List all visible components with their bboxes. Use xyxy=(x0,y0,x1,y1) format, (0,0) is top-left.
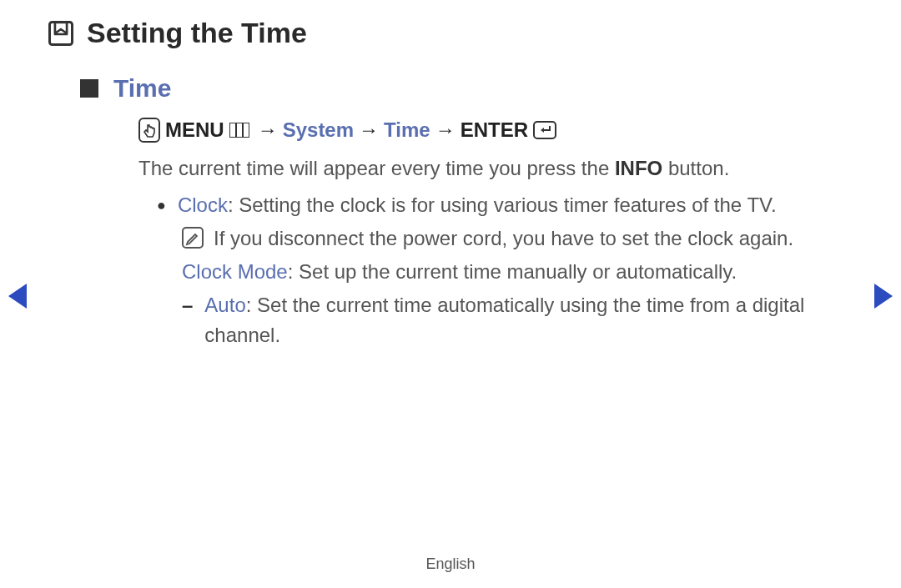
section-heading-text: Time xyxy=(113,74,171,103)
breadcrumb: MENU → System → Time → ENTER xyxy=(138,118,851,143)
square-bullet-icon xyxy=(80,79,98,98)
nav-previous-button[interactable] xyxy=(8,284,27,309)
breadcrumb-enter: ENTER xyxy=(461,118,528,142)
menu-grid-icon xyxy=(229,123,249,138)
auto-label: Auto xyxy=(204,294,245,316)
list-item: ● Clock: Setting the clock is for using … xyxy=(157,190,851,220)
intro-text: The current time will appear every time … xyxy=(138,154,851,183)
section-heading: Time xyxy=(50,74,851,103)
breadcrumb-arrow: → xyxy=(435,118,456,142)
clock-desc: : Setting the clock is for using various… xyxy=(228,193,777,216)
intro-pre: The current time will appear every time … xyxy=(138,157,615,179)
breadcrumb-time: Time xyxy=(384,118,430,142)
breadcrumb-system: System xyxy=(283,118,354,142)
bookmark-square-icon xyxy=(48,21,73,46)
svg-rect-3 xyxy=(139,118,159,142)
intro-bold: INFO xyxy=(615,157,662,179)
auto-desc: : Set the current time automatically usi… xyxy=(204,294,804,346)
page-title-text: Setting the Time xyxy=(87,17,307,49)
svg-rect-4 xyxy=(229,123,249,138)
clockmode-label: Clock Mode xyxy=(182,260,288,283)
bullet-icon: ● xyxy=(157,190,166,220)
note-row: If you disconnect the power cord, you ha… xyxy=(182,224,851,254)
enter-return-icon xyxy=(533,121,556,139)
breadcrumb-arrow: → xyxy=(258,118,278,142)
note-text: If you disconnect the power cord, you ha… xyxy=(214,227,793,249)
page-title: Setting the Time xyxy=(48,17,851,49)
dash-icon: – xyxy=(182,290,193,350)
bullet-list: ● Clock: Setting the clock is for using … xyxy=(157,190,851,350)
intro-post: button. xyxy=(662,157,729,179)
breadcrumb-arrow: → xyxy=(359,118,379,142)
clock-label: Clock xyxy=(178,193,228,216)
clockmode-desc: : Set up the current time manually or au… xyxy=(288,260,737,283)
manual-page: Setting the Time Time MENU → System → Ti… xyxy=(0,0,901,350)
note-pencil-icon xyxy=(182,227,204,249)
svg-rect-2 xyxy=(80,79,98,98)
breadcrumb-menu: MENU xyxy=(165,118,224,142)
list-item: Clock Mode: Set up the current time manu… xyxy=(182,257,851,287)
list-item: – Auto: Set the current time automatical… xyxy=(182,290,851,350)
footer-language: English xyxy=(0,555,901,573)
nav-next-button[interactable] xyxy=(874,284,893,309)
hand-tap-icon xyxy=(138,118,160,143)
